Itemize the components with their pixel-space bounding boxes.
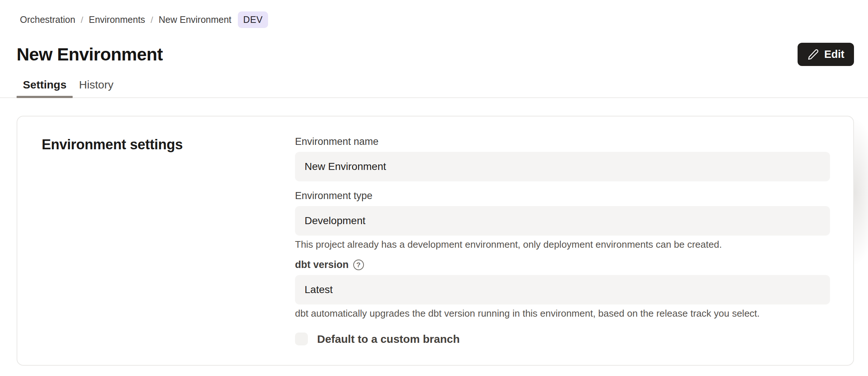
page-header: New Environment Edit: [17, 43, 854, 66]
breadcrumb-item-new-environment[interactable]: New Environment: [159, 14, 231, 25]
environment-type-badge: DEV: [238, 11, 268, 28]
card-left-column: Environment settings: [17, 116, 295, 365]
page: Orchestration / Environments / New Envir…: [0, 0, 868, 376]
environment-type-label: Environment type: [295, 190, 830, 202]
page-title: New Environment: [17, 44, 163, 65]
breadcrumb: Orchestration / Environments / New Envir…: [20, 0, 854, 28]
dbt-version-label: dbt version ?: [295, 259, 830, 271]
dbt-version-input[interactable]: Latest: [295, 275, 830, 304]
field-environment-type: Environment type Development This projec…: [295, 190, 830, 250]
dbt-version-helper-text: dbt automatically upgrades the dbt versi…: [295, 308, 830, 319]
breadcrumb-separator: /: [151, 15, 153, 25]
edit-button-label: Edit: [824, 48, 844, 60]
custom-branch-row: Default to a custom branch: [295, 333, 830, 345]
tab-settings[interactable]: Settings: [17, 79, 73, 97]
breadcrumb-item-orchestration[interactable]: Orchestration: [20, 14, 75, 25]
pencil-icon: [807, 49, 819, 60]
environment-settings-card: Environment settings Environment name Ne…: [17, 116, 854, 366]
breadcrumb-item-environments[interactable]: Environments: [89, 14, 145, 25]
environment-type-helper-text: This project already has a development e…: [295, 239, 830, 250]
help-icon[interactable]: ?: [353, 260, 364, 270]
tab-history[interactable]: History: [73, 79, 119, 97]
breadcrumb-separator: /: [81, 15, 83, 25]
dbt-version-label-text: dbt version: [295, 259, 349, 271]
custom-branch-checkbox[interactable]: [295, 333, 308, 345]
tab-bar: Settings History: [17, 79, 854, 97]
tabs-divider: [0, 97, 868, 98]
environment-type-input[interactable]: Development: [295, 206, 830, 236]
environment-name-label: Environment name: [295, 136, 830, 148]
card-heading: Environment settings: [42, 137, 295, 153]
field-dbt-version: dbt version ? Latest dbt automatically u…: [295, 259, 830, 319]
environment-name-input[interactable]: New Environment: [295, 152, 830, 181]
card-form-column: Environment name New Environment Environ…: [295, 116, 830, 365]
field-environment-name: Environment name New Environment: [295, 136, 830, 181]
custom-branch-label: Default to a custom branch: [317, 333, 460, 345]
edit-button[interactable]: Edit: [798, 43, 854, 66]
